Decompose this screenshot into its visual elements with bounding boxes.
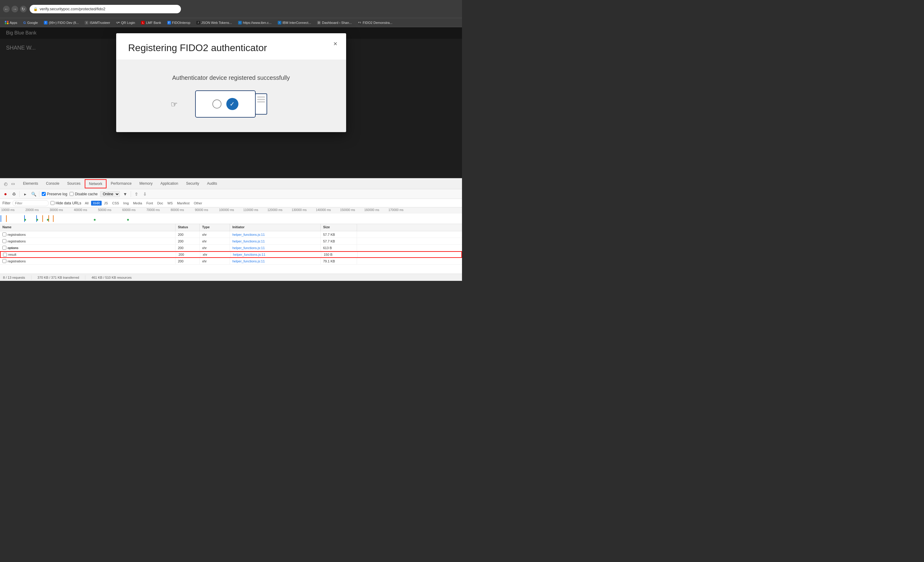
- tab-network[interactable]: Network: [85, 179, 106, 188]
- filter-ws[interactable]: WS: [165, 201, 175, 206]
- device-line-3: [257, 101, 265, 103]
- bookmark-dashboard[interactable]: D Dashboard ‹ Shan...: [315, 20, 353, 25]
- bookmark-fido2[interactable]: F2 FIDO2 Demonstra...: [356, 20, 394, 25]
- search-button[interactable]: 🔍: [30, 191, 37, 197]
- bookmark-qr[interactable]: QR QR Login: [114, 20, 137, 25]
- tab-sources[interactable]: Sources: [63, 179, 84, 188]
- preserve-log-checkbox[interactable]: [42, 192, 46, 196]
- filter-font[interactable]: Font: [145, 201, 155, 206]
- import-button[interactable]: ⇧: [134, 191, 140, 197]
- cursor-icon: ☞: [171, 100, 178, 109]
- tab-performance[interactable]: Performance: [107, 179, 135, 188]
- filter-manifest[interactable]: Manifest: [175, 201, 192, 206]
- bookmark-fido-dev-label: (99+) FIDO Dev (fi...: [49, 21, 79, 24]
- th-initiator[interactable]: Initiator: [230, 224, 321, 231]
- th-name[interactable]: Name: [0, 224, 176, 231]
- td-initiator-3[interactable]: helper_functions.js:11: [231, 252, 321, 257]
- bookmark-fido-dev[interactable]: f (99+) FIDO Dev (fi...: [42, 20, 81, 25]
- bookmark-apps-label: Apps: [10, 21, 17, 24]
- tab-console[interactable]: Console: [42, 179, 63, 188]
- table-row[interactable]: registrations 200 xhr helper_functions.j…: [0, 231, 462, 238]
- modal-close-button[interactable]: ×: [331, 39, 340, 48]
- timeline-bar-7: [53, 215, 54, 222]
- tl-170000: 170000 ms: [387, 208, 411, 213]
- td-initiator-1[interactable]: helper_functions.js:11: [230, 238, 321, 244]
- bookmark-google-label: Google: [27, 21, 38, 24]
- bookmark-apps[interactable]: Apps: [3, 20, 19, 25]
- back-button[interactable]: ←: [3, 6, 10, 12]
- disable-cache-checkbox[interactable]: [70, 192, 74, 196]
- tl-90000: 90000 ms: [194, 208, 218, 213]
- row-checkbox-0[interactable]: [2, 232, 6, 236]
- bookmark-jwt[interactable]: J JSON Web Tokens...: [195, 20, 234, 25]
- address-bar[interactable]: 🔒 verify.securitypoc.com/protected/fido2: [30, 5, 181, 13]
- lock-icon: 🔒: [33, 7, 38, 11]
- hide-data-urls-label[interactable]: Hide data URLs: [51, 201, 81, 205]
- row-checkbox-1[interactable]: [2, 239, 6, 243]
- table-row[interactable]: registrations 200 xhr helper_functions.j…: [0, 258, 462, 265]
- td-type-4: xhr: [200, 258, 230, 264]
- td-initiator-0[interactable]: helper_functions.js:11: [230, 231, 321, 238]
- bookmark-ibm[interactable]: i https://www.ibm.c...: [236, 20, 273, 25]
- filter-doc[interactable]: Doc: [156, 201, 165, 206]
- filter-other[interactable]: Other: [192, 201, 204, 206]
- hide-data-urls-checkbox[interactable]: [51, 201, 54, 205]
- forward-button[interactable]: →: [12, 6, 18, 12]
- throttle-dropdown[interactable]: ▼: [122, 191, 128, 197]
- filter-img[interactable]: Img: [122, 201, 130, 206]
- devtools-toolbar: ● ♻ ▸ 🔍 Preserve log Disable cache Onlin…: [0, 189, 462, 199]
- tab-application[interactable]: Application: [157, 179, 182, 188]
- row-checkbox-3[interactable]: [3, 253, 7, 257]
- filter-xhr[interactable]: XHR: [91, 201, 102, 206]
- th-status[interactable]: Status: [176, 224, 200, 231]
- tab-memory[interactable]: Memory: [136, 179, 156, 188]
- export-button[interactable]: ⇩: [142, 191, 148, 197]
- td-status-1: 200: [176, 238, 200, 244]
- record-button[interactable]: ●: [2, 191, 9, 197]
- bookmark-isam[interactable]: I ISAMTrusteer: [83, 20, 112, 25]
- dot-3: [47, 219, 49, 221]
- tl-130000: 130000 ms: [291, 208, 315, 213]
- row-checkbox-2[interactable]: [2, 246, 6, 250]
- filter-all[interactable]: All: [83, 201, 90, 206]
- td-name-2: options: [0, 245, 176, 251]
- device-illustration: ✓: [195, 90, 267, 118]
- td-initiator-4[interactable]: helper_functions.js:11: [230, 258, 321, 264]
- modal-body: ☞ Authenticator device registered succes…: [116, 60, 346, 132]
- devtools-responsive-button[interactable]: ▭: [10, 181, 16, 187]
- bookmark-google[interactable]: G Google: [21, 20, 40, 25]
- reload-button[interactable]: ↻: [20, 6, 27, 12]
- bookmarks-bar: Apps G Google f (99+) FIDO Dev (fi... I …: [0, 18, 462, 27]
- filter-toggle-button[interactable]: ▸: [22, 191, 28, 197]
- devtools-inspect-button[interactable]: ◴: [2, 181, 9, 187]
- device-line-2: [257, 99, 265, 100]
- bookmark-ibm2[interactable]: i IBM InterConnect...: [276, 20, 313, 25]
- th-size[interactable]: Size: [321, 224, 357, 231]
- th-type[interactable]: Type: [200, 224, 230, 231]
- timeline-bar-2: [6, 215, 7, 222]
- tab-security[interactable]: Security: [183, 179, 203, 188]
- td-initiator-2[interactable]: helper_functions.js:11: [230, 245, 321, 251]
- bookmark-fidointerop[interactable]: F FIDOInterop: [165, 20, 192, 25]
- table-row[interactable]: options 200 xhr helper_functions.js:11 6…: [0, 245, 462, 251]
- table-row[interactable]: registrations 200 xhr helper_functions.j…: [0, 238, 462, 245]
- filter-css[interactable]: CSS: [110, 201, 121, 206]
- row-checkbox-4[interactable]: [2, 259, 6, 263]
- td-size-4: 79.1 KB: [321, 258, 357, 264]
- table-row-result[interactable]: result 200 xhr helper_functions.js:11 15…: [0, 251, 462, 258]
- timeline-bar-4: [36, 215, 37, 222]
- tab-audits[interactable]: Audits: [203, 179, 220, 188]
- device-line-1: [257, 96, 265, 98]
- tl-50000: 50000 ms: [97, 208, 121, 213]
- filter-media[interactable]: Media: [131, 201, 144, 206]
- modal-overlay: Registering FIDO2 authenticator × ☞ Auth…: [0, 27, 462, 178]
- bookmark-fido2-label: FIDO2 Demonstra...: [363, 21, 392, 24]
- preserve-log-label[interactable]: Preserve log: [42, 192, 67, 196]
- bookmark-lmf[interactable]: L LMF Bank: [139, 20, 163, 25]
- filter-input[interactable]: [12, 200, 49, 206]
- online-select[interactable]: Online: [100, 191, 120, 197]
- tab-elements[interactable]: Elements: [20, 179, 42, 188]
- filter-js[interactable]: JS: [102, 201, 110, 206]
- clear-button[interactable]: ♻: [11, 191, 17, 197]
- disable-cache-label[interactable]: Disable cache: [70, 192, 98, 196]
